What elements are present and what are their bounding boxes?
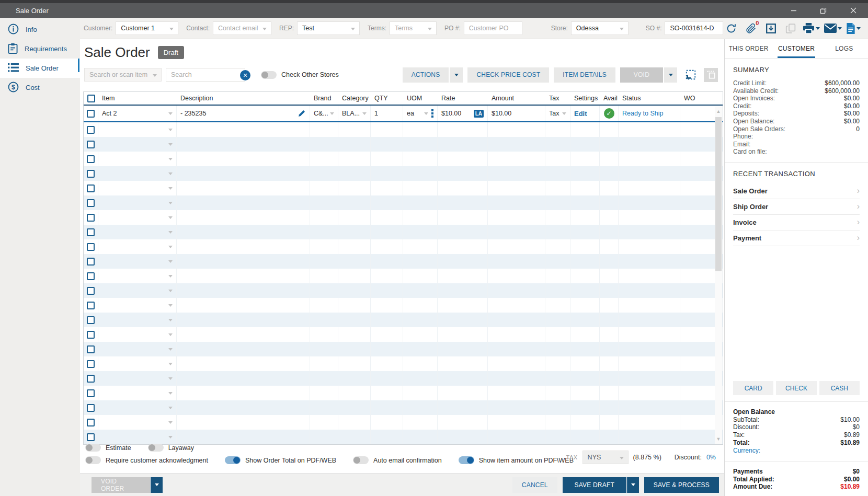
select-region-icon[interactable] (683, 68, 698, 82)
table-row[interactable] (84, 356, 723, 371)
rate-cell[interactable]: $10.00LA (438, 106, 488, 121)
item-cell[interactable] (98, 386, 177, 400)
customer-select[interactable]: Customer 1 (116, 21, 178, 35)
item-cell[interactable]: Act 2 (98, 106, 177, 121)
row-checkbox[interactable] (87, 272, 95, 280)
item-cell[interactable] (98, 210, 177, 225)
table-row[interactable] (84, 371, 723, 386)
row-menu-icon[interactable] (431, 109, 433, 118)
item-cell[interactable] (98, 195, 177, 210)
row-checkbox[interactable] (87, 389, 95, 397)
row-checkbox[interactable] (87, 302, 95, 309)
row-checkbox[interactable] (87, 404, 95, 412)
row-checkbox[interactable] (87, 126, 95, 134)
save-process-button[interactable]: SAVE & PROCESS (644, 477, 719, 493)
table-row[interactable] (84, 137, 723, 152)
item-search-select[interactable]: Search or scan item (84, 68, 162, 82)
tax-select[interactable]: NYS (583, 451, 629, 464)
discount-value[interactable]: 0% (706, 454, 716, 461)
row-checkbox[interactable] (87, 243, 95, 251)
status-link[interactable]: Ready to Ship (622, 110, 664, 117)
grid-settings-icon[interactable] (704, 68, 718, 82)
table-row[interactable] (84, 152, 723, 166)
row-checkbox[interactable] (87, 110, 95, 118)
table-row[interactable] (84, 327, 723, 342)
recent-sale-order[interactable]: Sale Order› (733, 183, 860, 199)
table-row[interactable] (84, 195, 723, 210)
void-order-button[interactable]: VOID ORDER (92, 477, 150, 493)
scrollbar-thumb[interactable] (715, 117, 722, 271)
edit-link[interactable]: Edit (574, 110, 587, 118)
refresh-icon[interactable] (723, 21, 739, 36)
item-cell[interactable] (98, 327, 177, 342)
recent-ship-order[interactable]: Ship Order› (733, 199, 860, 215)
cancel-button[interactable]: CANCEL (512, 477, 557, 493)
currency-link[interactable]: Currency: (733, 446, 860, 455)
clear-search-icon[interactable]: ✕ (240, 70, 250, 80)
document-button[interactable] (846, 23, 861, 34)
select-all-checkbox[interactable] (87, 95, 95, 102)
edit-pencil-icon[interactable] (298, 109, 306, 118)
table-row[interactable] (84, 386, 723, 400)
amount-cell[interactable]: $10.00 (488, 106, 545, 121)
close-button[interactable] (838, 3, 868, 18)
document-dropdown-icon[interactable] (856, 27, 861, 30)
tax-cell[interactable]: Tax (545, 106, 570, 121)
table-row[interactable] (84, 269, 723, 283)
copy-icon[interactable] (783, 21, 798, 36)
category-cell[interactable]: BLA... (338, 106, 371, 121)
row-checkbox[interactable] (87, 214, 95, 222)
row-checkbox[interactable] (87, 228, 95, 236)
download-icon[interactable] (763, 21, 779, 36)
item-cell[interactable] (98, 313, 177, 327)
row-checkbox[interactable] (87, 287, 95, 295)
item-cell[interactable] (98, 225, 177, 239)
item-cell[interactable] (98, 356, 177, 371)
table-row[interactable] (84, 430, 723, 444)
attachment-icon[interactable]: 0 (743, 21, 759, 36)
row-checkbox[interactable] (87, 331, 95, 339)
save-draft-dropdown-icon[interactable] (627, 477, 639, 493)
auto-email-toggle[interactable] (353, 456, 369, 464)
item-cell[interactable] (98, 342, 177, 356)
item-cell[interactable] (98, 283, 177, 298)
rep-select[interactable]: Test (297, 21, 360, 35)
item-cell[interactable] (98, 137, 177, 152)
item-cell[interactable] (98, 298, 177, 313)
row-checkbox[interactable] (87, 360, 95, 368)
tab-customer[interactable]: CUSTOMER (772, 39, 820, 58)
row-checkbox[interactable] (87, 199, 95, 207)
item-cell[interactable] (98, 122, 177, 137)
email-button[interactable] (824, 24, 842, 33)
table-row[interactable] (84, 400, 723, 415)
uom-cell[interactable]: ea (403, 106, 438, 121)
item-cell[interactable] (98, 152, 177, 166)
table-row[interactable] (84, 283, 723, 298)
table-row[interactable] (84, 122, 723, 137)
cash-button[interactable]: CASH (819, 381, 860, 395)
print-button[interactable] (803, 23, 820, 34)
require-ack-toggle[interactable] (85, 456, 101, 464)
item-cell[interactable] (98, 400, 177, 415)
save-draft-button[interactable]: SAVE DRAFT (563, 477, 626, 493)
item-cell[interactable] (98, 166, 177, 181)
check-price-cost-button[interactable]: CHECK PRICE COST (467, 67, 549, 83)
check-other-stores-toggle[interactable] (261, 71, 277, 79)
print-dropdown-icon[interactable] (816, 27, 820, 30)
store-select[interactable]: Odessa (571, 21, 629, 35)
row-checkbox[interactable] (87, 375, 95, 383)
sidebar-item-info[interactable]: Info (0, 20, 80, 39)
tab-logs[interactable]: LOGS (820, 39, 868, 58)
actions-dropdown-icon[interactable] (450, 67, 463, 83)
restore-button[interactable] (808, 3, 838, 18)
table-row[interactable] (84, 342, 723, 356)
email-dropdown-icon[interactable] (838, 27, 842, 30)
table-row[interactable] (84, 166, 723, 181)
show-order-total-toggle[interactable] (225, 456, 241, 464)
item-cell[interactable] (98, 239, 177, 254)
tab-this-order[interactable]: THIS ORDER (725, 39, 772, 58)
row-checkbox[interactable] (87, 155, 95, 163)
table-row[interactable] (84, 181, 723, 195)
table-row[interactable] (84, 225, 723, 239)
sidebar-item-requirements[interactable]: Requirements (0, 39, 80, 59)
